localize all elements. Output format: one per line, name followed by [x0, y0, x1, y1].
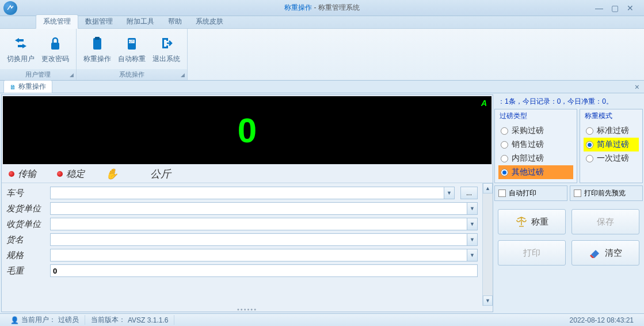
- scale-icon: [515, 215, 528, 228]
- clipboard-icon: [87, 33, 107, 53]
- menu-tab-help[interactable]: 帮助: [161, 15, 189, 28]
- menu-tab-tools[interactable]: 附加工具: [120, 15, 161, 28]
- weight-value: 0: [238, 111, 257, 150]
- goods-input[interactable]: [50, 233, 467, 246]
- dropdown-button[interactable]: ▼: [467, 218, 478, 230]
- title-bar: 称重操作 - 称重管理系统 — ▢ ✕: [0, 0, 644, 16]
- app-logo-icon: [3, 1, 17, 15]
- label-vehicle: 车号: [6, 188, 47, 199]
- resize-handle[interactable]: ••••••: [2, 306, 493, 312]
- indicator-row: 传输 稳定 ✋ 公斤: [2, 165, 493, 183]
- scroll-up-button[interactable]: ▲: [483, 183, 493, 194]
- type-option-purchase[interactable]: 采购过磅: [498, 124, 573, 138]
- maximize-button[interactable]: ▢: [611, 3, 619, 13]
- ribbon-group-user: 切换用户 更改密码 用户管理◢: [0, 29, 77, 80]
- stable-indicator: 稳定: [57, 168, 85, 180]
- close-button[interactable]: ✕: [627, 3, 634, 13]
- spec-input[interactable]: [50, 249, 467, 261]
- change-password-button[interactable]: 更改密码: [38, 31, 73, 67]
- status-datetime: 2022-08-12 08:43:21: [564, 316, 639, 324]
- vehicle-input[interactable]: [50, 187, 444, 199]
- save-button[interactable]: 保存: [571, 209, 639, 234]
- mode-option-once[interactable]: 一次过磅: [584, 151, 639, 165]
- dropdown-button[interactable]: ▼: [467, 202, 478, 215]
- radio-icon: [586, 155, 593, 162]
- display-channel: A: [481, 98, 487, 108]
- minimize-button[interactable]: —: [595, 3, 603, 13]
- menu-tab-system[interactable]: 系统管理: [36, 14, 78, 29]
- switch-user-icon: [11, 33, 31, 53]
- right-panel: ：1条，今日记录：0，今日净重：0。 过磅类型 采购过磅 销售过磅 内部过磅 其…: [494, 94, 643, 312]
- left-panel: 0 A 传输 稳定 ✋ 公斤 车号 ▼ ... 发货单位 ▼ 收货单位: [1, 94, 493, 312]
- mode-option-simple[interactable]: 简单过磅: [584, 138, 639, 151]
- ribbon: 切换用户 更改密码 用户管理◢ 称重操作 AUTO 自动称重 退出系统 系统操作…: [0, 29, 644, 81]
- menu-bar: 系统管理 数据管理 附加工具 帮助 系统皮肤: [0, 16, 644, 29]
- dropdown-button[interactable]: ▼: [444, 187, 455, 199]
- group-launcher-icon[interactable]: ◢: [181, 72, 185, 78]
- status-user: 👤 当前用户：过磅员: [5, 315, 85, 325]
- weigh-mode-box: 称重模式 标准过磅 简单过磅 一次过磅: [580, 109, 643, 183]
- lock-icon: [45, 33, 65, 53]
- label-gross: 毛重: [6, 266, 47, 276]
- auto-print-checkbox[interactable]: 自动打印: [494, 185, 567, 201]
- weight-display: 0 A: [3, 96, 491, 164]
- browse-button[interactable]: ...: [460, 187, 478, 199]
- dropdown-button[interactable]: ▼: [467, 249, 478, 261]
- exit-icon: [157, 33, 176, 53]
- type-option-internal[interactable]: 内部过磅: [498, 151, 573, 165]
- label-goods: 货名: [6, 234, 47, 245]
- form-scrollbar[interactable]: ▲ ▼: [482, 183, 493, 306]
- menu-tab-data[interactable]: 数据管理: [78, 15, 120, 28]
- print-button[interactable]: 打印: [498, 240, 566, 266]
- dropdown-button[interactable]: ▼: [467, 233, 478, 246]
- type-option-sales[interactable]: 销售过磅: [498, 138, 573, 151]
- user-icon: 👤: [10, 316, 19, 324]
- ribbon-group-label: 用户管理◢: [0, 69, 76, 80]
- doc-close-button[interactable]: ×: [635, 82, 639, 92]
- receiver-input[interactable]: [50, 218, 467, 230]
- radio-icon: [586, 141, 593, 149]
- hand-icon: ✋: [105, 168, 118, 180]
- radio-icon: [501, 141, 508, 149]
- ribbon-group-system-ops: 称重操作 AUTO 自动称重 退出系统 系统操作◢: [77, 29, 188, 80]
- svg-rect-0: [51, 43, 59, 50]
- status-bar: 👤 当前用户：过磅员 当前版本：AVSZ 3.1.1.6 2022-08-12 …: [0, 313, 644, 326]
- gross-weight-input[interactable]: [50, 264, 478, 277]
- shipper-input[interactable]: [50, 202, 467, 215]
- preview-checkbox[interactable]: 打印前先预览: [570, 185, 643, 201]
- switch-user-button[interactable]: 切换用户: [3, 31, 38, 67]
- unit-label: 公斤: [150, 167, 171, 181]
- menu-tab-skin[interactable]: 系统皮肤: [189, 15, 230, 28]
- group-launcher-icon[interactable]: ◢: [70, 72, 74, 78]
- scroll-down-button[interactable]: ▼: [483, 295, 493, 306]
- exit-button[interactable]: 退出系统: [149, 31, 184, 67]
- doc-tab-weigh[interactable]: 🗎 称重操作: [3, 80, 52, 93]
- checkbox-icon: [498, 189, 506, 197]
- summary-text: ：1条，今日记录：0，今日净重：0。: [494, 94, 643, 109]
- radio-icon: [501, 169, 508, 176]
- document-icon: 🗎: [10, 84, 16, 90]
- weigh-button[interactable]: 称重: [498, 209, 566, 234]
- mode-option-standard[interactable]: 标准过磅: [584, 124, 639, 138]
- svg-text:AUTO: AUTO: [128, 40, 136, 43]
- transfer-indicator: 传输: [9, 168, 36, 180]
- clear-button[interactable]: 清空: [571, 240, 639, 266]
- checkbox-icon: [574, 189, 581, 197]
- window-title: 称重操作 - 称重管理系统: [284, 3, 360, 13]
- led-icon: [9, 171, 14, 177]
- auto-clipboard-icon: AUTO: [122, 33, 142, 53]
- eraser-icon: [589, 247, 601, 259]
- auto-weigh-button[interactable]: AUTO 自动称重: [115, 31, 149, 67]
- svg-rect-2: [95, 37, 100, 40]
- hand-indicator: ✋: [105, 168, 118, 180]
- led-icon: [57, 171, 63, 177]
- label-receiver: 收货单位: [6, 219, 47, 230]
- radio-icon: [586, 127, 593, 135]
- radio-icon: [501, 127, 508, 135]
- weigh-type-box: 过磅类型 采购过磅 销售过磅 内部过磅 其他过磅: [494, 109, 577, 183]
- label-spec: 规格: [6, 250, 47, 261]
- label-shipper: 发货单位: [6, 203, 47, 214]
- weigh-op-button[interactable]: 称重操作: [80, 31, 115, 67]
- type-option-other[interactable]: 其他过磅: [498, 165, 573, 179]
- document-tabs: 🗎 称重操作 ×: [0, 81, 644, 93]
